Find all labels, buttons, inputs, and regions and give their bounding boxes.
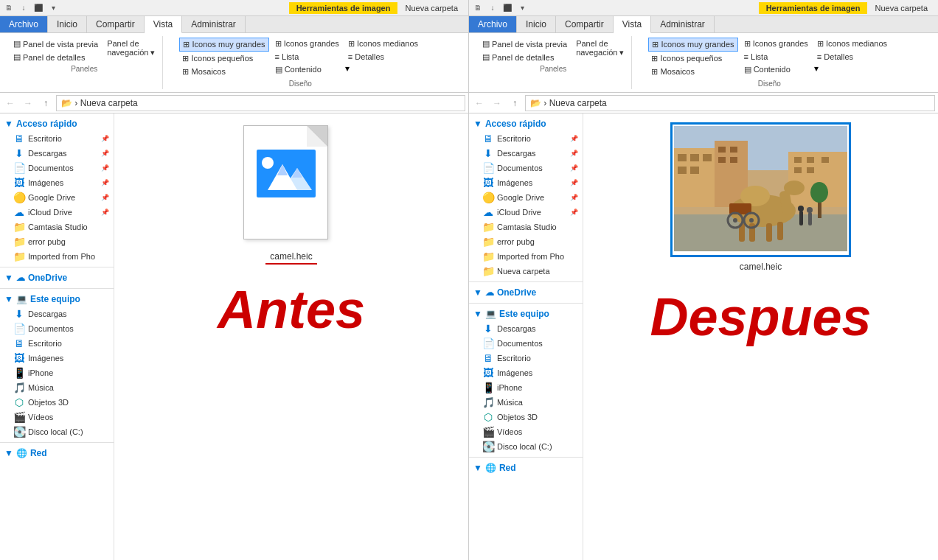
right-imported-icon: 📁	[482, 251, 494, 262]
left-pc-disco[interactable]: 💽 Disco local (C:)	[0, 424, 114, 439]
left-quick-access-header[interactable]: ▼ Acceso rápido	[0, 116, 114, 131]
right-btn-iconos-medianos[interactable]: ⊞ Iconos medianos	[814, 38, 890, 50]
right-escritorio-label: Escritorio	[497, 134, 531, 143]
left-btn-iconos-medianos[interactable]: ⊞ Iconos medianos	[345, 38, 421, 50]
right-btn-lista[interactable]: ≡ Lista	[741, 51, 811, 63]
left-pc-musica[interactable]: 🎵 Música	[0, 380, 114, 395]
left-btn-detalles[interactable]: ▤ Panel de detalles	[10, 51, 101, 63]
right-quick-access-header[interactable]: ▼ Acceso rápido	[469, 116, 583, 131]
left-tab-administrar[interactable]: Administrar	[182, 16, 246, 32]
left-btn-lista[interactable]: ≡ Lista	[272, 51, 342, 63]
left-back-btn[interactable]: ←	[3, 96, 18, 111]
right-sidebar-googledrive[interactable]: 🟡 Google Drive 📌	[469, 190, 583, 205]
left-btn-iconos-pequenos[interactable]: ⊞ Iconos pequeños	[179, 52, 268, 65]
left-red-header[interactable]: ▼ 🌐 Red	[0, 446, 114, 461]
left-icon-4[interactable]: ▾	[47, 2, 59, 14]
right-expand-btn[interactable]: ▾	[814, 63, 826, 75]
right-pc-iphone[interactable]: 📱 iPhone	[469, 380, 583, 395]
left-tab-inicio[interactable]: Inicio	[48, 16, 87, 32]
right-sidebar-icloud[interactable]: ☁ iCloud Drive 📌	[469, 205, 583, 220]
right-icon-1[interactable]: 🗎	[472, 2, 484, 14]
right-tab-administrar[interactable]: Administrar	[651, 16, 715, 32]
right-camel-thumb[interactable]	[670, 122, 851, 257]
left-pc-iphone[interactable]: 📱 iPhone	[0, 365, 114, 380]
left-btn-vista-previa[interactable]: ▤ Panel de vista previa	[10, 38, 101, 50]
right-pc-descargas[interactable]: ⬇ Descargas	[469, 321, 583, 336]
left-address-path[interactable]: 📂 › Nueva carpeta	[56, 95, 465, 111]
right-btn-iconos-pequenos[interactable]: ⊞ Iconos pequeños	[648, 52, 737, 65]
right-pc-documentos[interactable]: 📄 Documentos	[469, 336, 583, 351]
right-tab-archivo[interactable]: Archivo	[469, 16, 517, 32]
right-sidebar-camtasia[interactable]: 📁 Camtasia Studio	[469, 220, 583, 234]
right-icon-3[interactable]: ⬛	[501, 2, 513, 14]
left-pc-descargas[interactable]: ⬇ Descargas	[0, 307, 114, 321]
left-sidebar-icloud[interactable]: ☁ iCloud Drive 📌	[0, 205, 114, 220]
right-red-header[interactable]: ▼ 🌐 Red	[469, 461, 583, 475]
right-forward-btn[interactable]: →	[490, 96, 504, 111]
left-file-icon[interactable]	[243, 125, 339, 247]
left-tab-compartir[interactable]: Compartir	[87, 16, 145, 32]
left-pc-escritorio[interactable]: 🖥 Escritorio	[0, 336, 114, 351]
right-icon-4[interactable]: ▾	[516, 2, 528, 14]
left-up-btn[interactable]: ↑	[38, 96, 53, 111]
right-btn-detalles[interactable]: ▤ Panel de detalles	[479, 51, 570, 63]
right-sidebar-nuevacarpeta[interactable]: 📁 Nueva carpeta	[469, 264, 583, 279]
right-pc-objetos3d[interactable]: ⬡ Objetos 3D	[469, 410, 583, 424]
right-tab-inicio[interactable]: Inicio	[517, 16, 556, 32]
right-sidebar-escritorio[interactable]: 🖥 Escritorio 📌	[469, 131, 583, 146]
right-sidebar-descargas[interactable]: ⬇ Descargas 📌	[469, 146, 583, 161]
left-btn-nav[interactable]: Panel denavegación ▾	[104, 38, 158, 59]
right-back-btn[interactable]: ←	[472, 96, 487, 111]
left-sidebar-camtasia[interactable]: 📁 Camtasia Studio	[0, 220, 114, 234]
left-btn-detalles2[interactable]: ≡ Detalles	[345, 51, 421, 63]
right-up-btn[interactable]: ↑	[507, 96, 522, 111]
right-address-path[interactable]: 📂 › Nueva carpeta	[525, 95, 935, 111]
right-btn-mosaicos[interactable]: ⊞ Mosaicos	[648, 66, 737, 78]
left-sidebar-imagenes[interactable]: 🖼 Imágenes 📌	[0, 175, 114, 190]
right-tab-compartir[interactable]: Compartir	[556, 16, 614, 32]
right-sidebar-errorpubg[interactable]: 📁 error pubg	[469, 234, 583, 249]
right-pc-disco[interactable]: 💽 Disco local (C:)	[469, 439, 583, 454]
left-btn-iconos-grandes[interactable]: ⊞ Iconos grandes	[272, 38, 342, 50]
right-pc-escritorio[interactable]: 🖥 Escritorio	[469, 351, 583, 365]
right-sidebar-documentos[interactable]: 📄 Documentos 📌	[469, 161, 583, 175]
left-btn-contenido[interactable]: ▤ Contenido	[272, 63, 342, 76]
left-icon-2[interactable]: ↓	[18, 2, 29, 14]
right-btn-vista-previa[interactable]: ▤ Panel de vista previa	[479, 38, 570, 50]
right-onedrive-header[interactable]: ▼ ☁ OneDrive	[469, 285, 583, 300]
right-pc-descargas-icon: ⬇	[482, 323, 494, 335]
left-icon-3[interactable]: ⬛	[32, 2, 44, 14]
left-pc-documentos[interactable]: 📄 Documentos	[0, 321, 114, 336]
left-sidebar-importedfrom[interactable]: 📁 Imported from Pho	[0, 249, 114, 264]
left-thispc-header[interactable]: ▼ 💻 Este equipo	[0, 292, 114, 307]
left-forward-btn[interactable]: →	[21, 96, 35, 111]
left-btn-iconos-muy-grandes[interactable]: ⊞ Iconos muy grandes	[179, 38, 268, 52]
right-sidebar-importedfrom[interactable]: 📁 Imported from Pho	[469, 249, 583, 264]
left-pc-imagenes[interactable]: 🖼 Imágenes	[0, 351, 114, 365]
right-btn-contenido[interactable]: ▤ Contenido	[741, 63, 811, 76]
right-pc-imagenes[interactable]: 🖼 Imágenes	[469, 365, 583, 380]
left-expand-btn[interactable]: ▾	[345, 63, 357, 75]
left-sidebar-errorpubg[interactable]: 📁 error pubg	[0, 234, 114, 249]
right-thispc-header[interactable]: ▼ 💻 Este equipo	[469, 307, 583, 321]
right-icon-2[interactable]: ↓	[487, 2, 498, 14]
right-sidebar-imagenes[interactable]: 🖼 Imágenes 📌	[469, 175, 583, 190]
left-tab-archivo[interactable]: Archivo	[0, 16, 48, 32]
left-tab-vista[interactable]: Vista	[145, 16, 182, 33]
right-btn-detalles2[interactable]: ≡ Detalles	[814, 51, 890, 63]
left-btn-mosaicos[interactable]: ⊞ Mosaicos	[179, 66, 268, 78]
left-sidebar-descargas[interactable]: ⬇ Descargas 📌	[0, 146, 114, 161]
right-btn-iconos-muy-grandes[interactable]: ⊞ Iconos muy grandes	[648, 38, 737, 52]
left-sidebar-documentos[interactable]: 📄 Documentos 📌	[0, 161, 114, 175]
left-sidebar-googledrive[interactable]: 🟡 Google Drive 📌	[0, 190, 114, 205]
right-btn-iconos-grandes[interactable]: ⊞ Iconos grandes	[741, 38, 811, 50]
left-pc-objetos3d[interactable]: ⬡ Objetos 3D	[0, 395, 114, 410]
right-pc-videos[interactable]: 🎬 Vídeos	[469, 424, 583, 439]
right-btn-nav[interactable]: Panel denavegación ▾	[573, 38, 627, 59]
right-tab-vista[interactable]: Vista	[614, 16, 651, 33]
left-onedrive-header[interactable]: ▼ ☁ OneDrive	[0, 270, 114, 285]
left-icon-1[interactable]: 🗎	[3, 2, 15, 14]
left-sidebar-escritorio[interactable]: 🖥 Escritorio 📌	[0, 131, 114, 146]
right-pc-musica[interactable]: 🎵 Música	[469, 395, 583, 410]
left-pc-videos[interactable]: 🎬 Vídeos	[0, 410, 114, 424]
